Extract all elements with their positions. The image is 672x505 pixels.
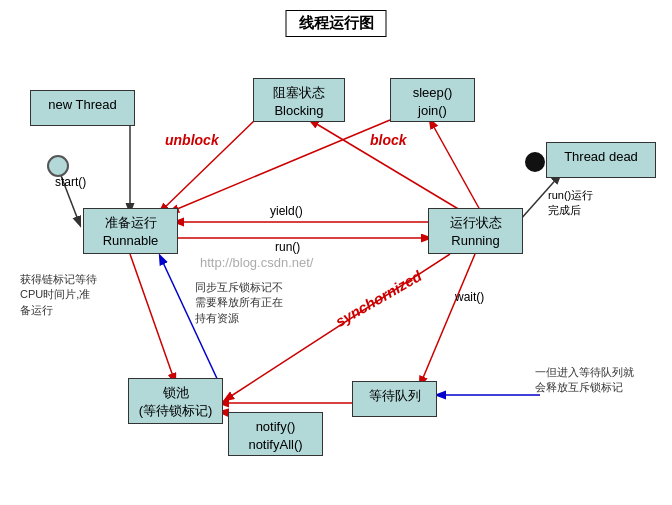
- run-label: run(): [275, 240, 300, 254]
- start-circle: [47, 155, 69, 177]
- synchornized-label: synchornized: [332, 267, 424, 330]
- new-thread-box: new Thread: [30, 90, 135, 126]
- block-label: block: [370, 132, 407, 148]
- diagram-container: 线程运行图: [0, 0, 672, 505]
- svg-line-11: [420, 254, 475, 385]
- cpu-wait-note: 获得链标记等待CPU时间片,准备运行: [20, 272, 100, 318]
- svg-line-7: [430, 120, 480, 210]
- running-box: 运行状态Running: [428, 208, 523, 254]
- queue-note: 一但进入等待队列就会释放互斥锁标记: [535, 365, 635, 396]
- run-complete-label: run()运行完成后: [548, 188, 593, 219]
- unblock-label: unblock: [165, 132, 219, 148]
- runnable-box: 准备运行Runnable: [83, 208, 178, 254]
- yield-label: yield(): [270, 204, 303, 218]
- sync-note: 同步互斥锁标记不需要释放所有正在持有资源: [195, 280, 285, 326]
- wait-label: wait(): [455, 290, 484, 304]
- start-label: start(): [55, 175, 86, 189]
- svg-line-9: [130, 254, 175, 382]
- thread-dead-box: Thread dead: [546, 142, 656, 178]
- blocking-box: 阻塞状态Blocking: [253, 78, 345, 122]
- notify-box: notify()notifyAll(): [228, 412, 323, 456]
- diagram-title: 线程运行图: [286, 10, 387, 37]
- lock-pool-box: 锁池(等待锁标记): [128, 378, 223, 424]
- watermark: http://blog.csdn.net/: [200, 255, 313, 270]
- thread-dead-dot: [525, 152, 545, 172]
- sleep-join-box: sleep()join(): [390, 78, 475, 122]
- wait-queue-box: 等待队列: [352, 381, 437, 417]
